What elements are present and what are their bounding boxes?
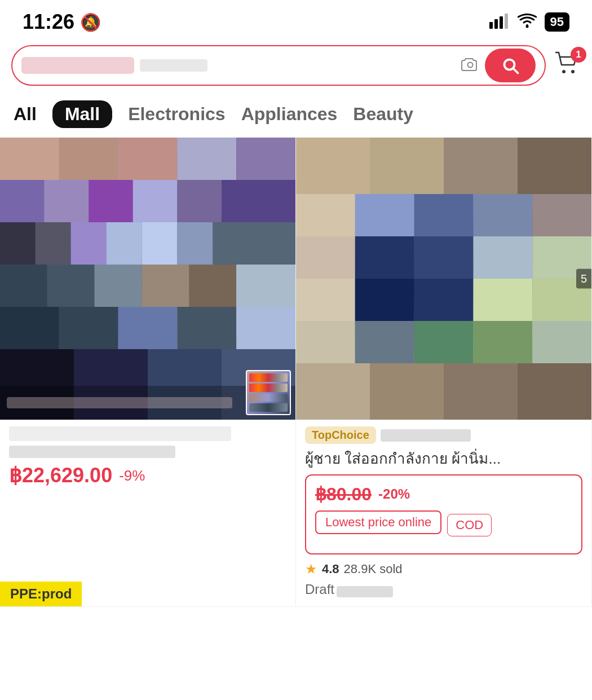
svg-point-4 [525,25,528,28]
svg-rect-31 [236,265,295,307]
search-box[interactable] [11,45,546,86]
svg-rect-57 [414,279,474,321]
camera-icon[interactable] [461,55,479,76]
tab-beauty[interactable]: Beauty [353,102,413,127]
status-time: 11:26 🔕 [23,10,101,34]
search-button[interactable] [485,49,536,82]
price-blur-left [9,426,231,441]
svg-rect-49 [532,194,591,236]
battery-level: 95 [545,12,569,32]
svg-rect-13 [0,180,45,222]
svg-rect-58 [473,279,532,321]
cart-badge: 1 [571,47,586,63]
svg-rect-27 [47,265,95,307]
svg-rect-52 [414,236,474,279]
svg-point-6 [562,70,566,73]
svg-point-7 [571,70,575,73]
svg-point-5 [468,62,473,67]
svg-rect-33 [59,307,118,349]
product-thumb-left [246,370,291,415]
svg-rect-20 [36,222,71,265]
svg-rect-42 [370,138,444,194]
rating-value: 4.8 [322,562,339,576]
search-blur-1 [21,57,134,74]
top-choice-badge: TopChoice [305,426,376,444]
products-grid: ฿22,629.00 -9% PPE:prod [0,138,592,607]
tab-mall[interactable]: Mall [52,100,112,128]
price-box-right: ฿80.00 -20% Lowest price online COD [305,474,582,554]
tab-appliances[interactable]: Appliances [241,102,338,127]
ppe-prod-tag: PPE:prod [0,582,82,606]
svg-rect-12 [236,138,295,180]
svg-rect-2 [500,16,503,29]
image-counter-right: 5 [576,269,591,289]
product-info-right: TopChoice ผู้ชาย ใส่ออกกำลังกาย ผ้านิ่ม.… [296,420,591,606]
svg-rect-63 [473,321,532,363]
svg-rect-68 [518,363,591,420]
price-row-right: ฿80.00 -20% [315,483,572,505]
svg-rect-22 [107,222,142,265]
svg-rect-26 [0,265,47,307]
search-blur-2 [140,59,207,72]
svg-rect-3 [505,14,508,29]
product-discount-right: -20% [378,486,410,502]
svg-rect-64 [532,321,591,363]
date-blur [337,586,393,597]
lowest-price-badge: Lowest price online [315,510,441,534]
svg-rect-46 [355,194,414,236]
svg-rect-53 [473,236,532,279]
svg-rect-8 [0,138,59,180]
tab-all[interactable]: All [14,102,37,127]
svg-rect-15 [89,180,133,222]
svg-rect-34 [118,307,178,349]
svg-rect-28 [95,265,142,307]
star-icon: ★ [305,561,317,577]
svg-rect-62 [414,321,474,363]
svg-rect-0 [489,22,493,29]
svg-rect-21 [71,222,107,265]
svg-rect-35 [177,307,236,349]
product-card-left[interactable]: ฿22,629.00 -9% PPE:prod [0,138,296,607]
svg-rect-1 [494,19,498,29]
product-image-right: 5 [296,138,591,420]
svg-rect-17 [177,180,222,222]
cart-button[interactable]: 1 [554,50,581,81]
svg-rect-11 [177,138,236,180]
svg-rect-43 [444,138,518,194]
search-area: 1 [0,39,592,91]
svg-rect-41 [296,138,370,194]
product-info-left: ฿22,629.00 -9% [0,420,295,502]
product-title-right: ผู้ชาย ใส่ออกกำลังกาย ผ้านิ่ม... [305,448,582,469]
product-card-right[interactable]: 5 TopChoice ผู้ชาย ใส่ออกกำลังกาย ผ้านิ่… [296,138,592,607]
svg-rect-18 [222,180,295,222]
seller-name-blur [381,429,471,442]
svg-rect-60 [296,321,355,363]
svg-rect-65 [296,363,370,420]
svg-rect-44 [518,138,591,194]
svg-rect-14 [45,180,89,222]
product-price-right: ฿80.00 [315,483,372,505]
tab-electronics[interactable]: Electronics [128,102,226,127]
svg-rect-16 [133,180,178,222]
svg-rect-45 [296,194,355,236]
svg-rect-32 [0,307,59,349]
product-image-left [0,138,295,420]
svg-rect-56 [355,279,414,321]
svg-rect-51 [355,236,414,279]
svg-rect-24 [177,222,213,265]
svg-rect-36 [236,307,295,349]
signal-icon [489,13,510,31]
product-price-left: ฿22,629.00 [9,464,112,487]
product-discount-left: -9% [119,467,145,485]
svg-rect-67 [444,363,518,420]
svg-rect-29 [142,265,189,307]
svg-rect-19 [0,222,36,265]
cod-badge: COD [447,514,492,536]
svg-rect-10 [118,138,178,180]
svg-rect-9 [59,138,118,180]
svg-rect-48 [473,194,532,236]
info-blur-left [9,446,175,458]
rating-row-right: ★ 4.8 28.9K sold [305,561,582,577]
time-display: 11:26 [23,10,74,34]
wifi-icon [518,13,537,31]
